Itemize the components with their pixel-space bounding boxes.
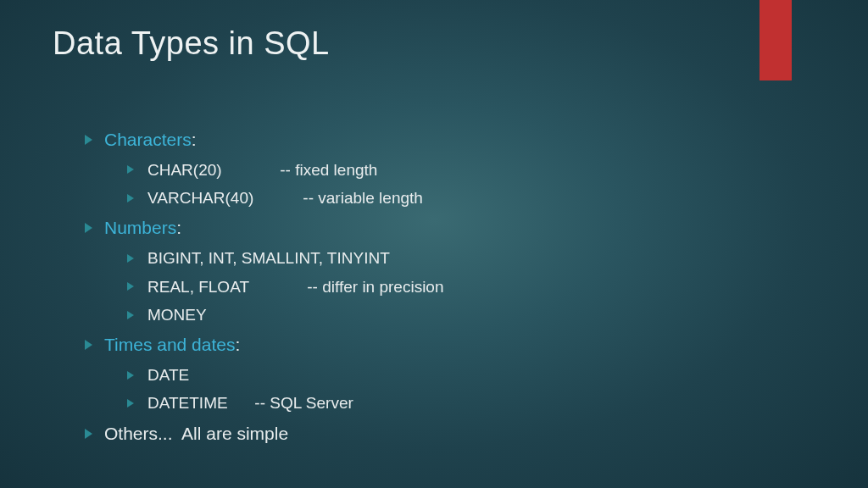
triangle-bullet-icon [85, 135, 92, 145]
section-heading: Characters: [85, 125, 444, 154]
item-text: BIGINT, INT, SMALLINT, TINYINT [147, 246, 390, 270]
section-heading: Times and dates: [85, 330, 444, 359]
list-item: REAL, FLOAT -- differ in precision [127, 274, 444, 299]
footer-item: Others... All are simple [85, 419, 444, 448]
section-heading: Numbers: [85, 214, 444, 242]
triangle-bullet-icon [127, 399, 134, 408]
item-text: VARCHAR(40) -- variable length [147, 186, 423, 210]
ribbon-accent [760, 0, 792, 80]
triangle-bullet-icon [127, 254, 134, 263]
item-text: DATETIME -- SQL Server [147, 391, 353, 415]
item-text: CHAR(20) -- fixed length [147, 158, 377, 182]
triangle-bullet-icon [127, 282, 134, 291]
list-item: VARCHAR(40) -- variable length [127, 186, 444, 210]
footer-text: Others... All are simple [104, 419, 288, 448]
list-item: DATETIME -- SQL Server [127, 391, 444, 415]
triangle-bullet-icon [127, 371, 134, 380]
triangle-bullet-icon [127, 311, 134, 319]
triangle-bullet-icon [85, 340, 92, 350]
item-text: MONEY [147, 302, 207, 327]
heading-colon: : [176, 218, 181, 237]
heading-colon: : [235, 335, 240, 354]
list-item: BIGINT, INT, SMALLINT, TINYINT [127, 246, 444, 270]
heading-colon: : [192, 130, 197, 149]
heading-text: Characters [104, 130, 192, 149]
triangle-bullet-icon [127, 194, 134, 202]
list-item: CHAR(20) -- fixed length [127, 158, 444, 182]
heading-text: Numbers [104, 218, 176, 237]
item-text: REAL, FLOAT -- differ in precision [147, 274, 444, 299]
slide-title: Data Types in SQL [53, 25, 330, 62]
list-item: MONEY [127, 302, 444, 327]
triangle-bullet-icon [127, 165, 134, 174]
list-item: DATE [127, 363, 444, 387]
heading-text: Times and dates [104, 335, 235, 354]
triangle-bullet-icon [85, 223, 92, 233]
triangle-bullet-icon [85, 429, 92, 439]
item-text: DATE [147, 363, 189, 387]
slide-content: Characters: CHAR(20) -- fixed length VAR… [85, 125, 444, 451]
